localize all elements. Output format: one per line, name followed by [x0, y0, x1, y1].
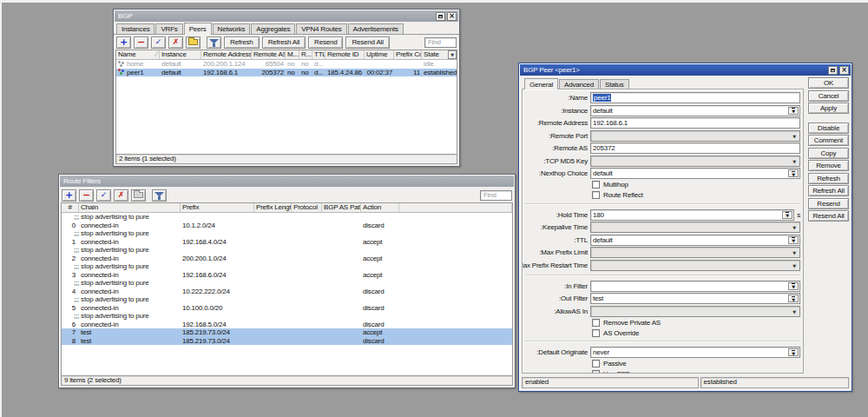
table-row[interactable]: 2 connected-in 200.200.1.0/24 accept	[62, 255, 512, 263]
column-header-ttl[interactable]: TTL	[312, 50, 326, 59]
route-reflect-checkbox[interactable]	[592, 191, 600, 199]
refresh-all-button[interactable]: Refresh All	[808, 185, 849, 196]
column-header-route-reflect[interactable]: R...	[299, 50, 312, 59]
table-row[interactable]: ;;; stop advertising to pure	[62, 262, 512, 271]
cancel-button[interactable]: Cancel	[808, 90, 849, 102]
table-row[interactable]: 4 connected-in 10.222.222.0/24 discard	[62, 288, 512, 296]
dialog-titlebar[interactable]: BGP Peer <peer1> ×	[520, 64, 851, 76]
remove-private-as-checkbox[interactable]	[592, 319, 600, 327]
table-row[interactable]: ;;; stop advertising to pure	[62, 295, 512, 304]
column-header-remote-as[interactable]: Remote AS	[252, 50, 286, 59]
maximize-button[interactable]	[828, 66, 838, 75]
add-button[interactable]: +	[116, 36, 131, 49]
find-input[interactable]: Find	[424, 37, 457, 48]
column-header-uptime[interactable]: Uptime	[365, 50, 394, 59]
table-row[interactable]: ;;; stop advertising to pure	[62, 246, 512, 255]
column-header-prefix-length[interactable]: Prefix Length	[254, 203, 292, 212]
max-prefix-limit-select[interactable]: ▼	[590, 247, 800, 258]
in-filter-select[interactable]: ▼	[590, 281, 800, 292]
dropdown-button[interactable]: ▼	[788, 348, 799, 356]
tab-advanced[interactable]: Advanced	[559, 79, 599, 89]
table-row[interactable]: ;;; stop advertising to pure	[62, 312, 512, 321]
tab-general[interactable]: General	[524, 78, 558, 89]
tcp-md5-key-select[interactable]: ▼	[590, 156, 800, 167]
use-bfd-checkbox[interactable]	[592, 370, 600, 374]
add-button[interactable]: +	[62, 189, 76, 202]
column-header-remote-id[interactable]: Remote ID	[326, 50, 365, 59]
tab-status[interactable]: Status	[600, 79, 628, 89]
filter-button[interactable]	[207, 36, 221, 49]
apply-button[interactable]: Apply	[808, 103, 849, 114]
allow-as-in-select[interactable]: ▼	[590, 306, 800, 317]
multihop-checkbox[interactable]	[592, 181, 600, 189]
tab-vrfs[interactable]: VRFs	[155, 23, 182, 34]
passive-checkbox[interactable]	[592, 360, 600, 367]
remote-as-input[interactable]: 205372	[590, 142, 800, 154]
disable-button[interactable]: Disable	[808, 122, 849, 134]
max-prefix-restart-time-select[interactable]: ▼	[590, 260, 800, 271]
dropdown-button[interactable]: ▼	[788, 282, 799, 290]
table-row[interactable]: ;;; stop advertising to pure	[62, 279, 512, 288]
tab-peers[interactable]: Peers	[184, 23, 212, 35]
column-header-prefix-count[interactable]: Prefix Co...	[394, 50, 422, 59]
keepalive-time-select[interactable]: ▼	[590, 222, 800, 233]
tab-aggregates[interactable]: Aggregates	[251, 23, 295, 34]
column-header-instance[interactable]: Instance	[160, 50, 201, 59]
remove-button[interactable]: −	[79, 189, 94, 202]
resend-button[interactable]: Resend	[808, 198, 849, 209]
filter-button[interactable]	[152, 189, 167, 202]
dropdown-button[interactable]: ▼	[782, 211, 792, 219]
tab-networks[interactable]: Networks	[213, 23, 251, 34]
instance-select[interactable]: default ▼	[590, 105, 800, 116]
column-header-multihop[interactable]: M...	[286, 50, 299, 59]
as-override-checkbox[interactable]	[592, 329, 600, 337]
resend-all-button[interactable]: Resend All	[345, 36, 389, 49]
tab-vpn4-routes[interactable]: VPN4 Routes	[296, 23, 346, 34]
default-originate-select[interactable]: never ▼	[590, 347, 800, 358]
column-header-bgp-as-path[interactable]: BGP AS Path	[322, 203, 361, 212]
table-row[interactable]: 3 connected-in 192.168.6.0/24 accept	[62, 271, 512, 280]
disable-button[interactable]: ✗	[168, 36, 183, 49]
tab-instances[interactable]: Instances	[116, 23, 155, 34]
route-filters-titlebar[interactable]: Route Filters	[60, 175, 514, 187]
comment-button[interactable]: Comment	[808, 135, 849, 146]
table-row[interactable]: 1 connected-in 192.168.4.0/24 accept	[62, 238, 512, 247]
close-button[interactable]: ×	[447, 12, 457, 21]
copy-button[interactable]: Copy	[808, 148, 849, 159]
tab-advertisements[interactable]: Advertisements	[348, 23, 404, 34]
resend-all-button[interactable]: Resend All	[808, 210, 849, 222]
close-button[interactable]: ×	[839, 66, 849, 75]
column-header-protocol[interactable]: Protocol	[292, 203, 322, 212]
hold-time-input[interactable]: 180 ▼	[590, 209, 794, 221]
refresh-all-button[interactable]: Refresh All	[262, 36, 306, 49]
disable-button[interactable]: ✗	[114, 189, 128, 202]
remote-address-input[interactable]: 192.168.6.1	[590, 117, 800, 129]
enable-button[interactable]: ✓	[96, 189, 111, 202]
column-header-action[interactable]: Action	[361, 203, 399, 212]
table-row[interactable]: 5 connected-in 10.100.0.0/20 discard	[62, 304, 512, 313]
find-input[interactable]: Find	[480, 190, 512, 201]
remove-button[interactable]: Remove	[808, 160, 849, 171]
table-row[interactable]: 8 test 185.219.73.0/24 discard	[62, 337, 512, 346]
table-row[interactable]: ;;; stop advertising to pure	[62, 229, 512, 238]
remote-port-select[interactable]: ▼	[590, 130, 800, 142]
enable-button[interactable]: ✓	[151, 36, 166, 49]
ok-button[interactable]: OK	[808, 77, 849, 89]
column-header-chain[interactable]: Chain	[79, 203, 181, 212]
comment-button[interactable]	[186, 36, 201, 49]
nexthop-choice-select[interactable]: default ▼	[590, 168, 800, 179]
name-input[interactable]: peer1	[590, 92, 800, 103]
dropdown-button[interactable]: ▼	[788, 236, 799, 244]
table-row[interactable]: 7 test 185.219.73.0/24 accept	[62, 328, 512, 337]
column-header-number[interactable]: #	[62, 203, 79, 212]
dropdown-button[interactable]: ▼	[788, 169, 799, 177]
table-row[interactable]: 0 connected-in 10.1.2.0/24 discard	[62, 222, 512, 230]
out-filter-select[interactable]: test ▼	[590, 293, 800, 304]
maximize-button[interactable]	[436, 12, 445, 21]
refresh-button[interactable]: Refresh	[808, 173, 849, 184]
dropdown-button[interactable]: ▼	[788, 295, 799, 302]
column-header-prefix[interactable]: Prefix	[181, 203, 254, 212]
remove-button[interactable]: −	[134, 36, 148, 49]
resend-button[interactable]: Resend	[308, 36, 343, 49]
table-row[interactable]: ;;; stop advertising to pure	[62, 213, 512, 222]
